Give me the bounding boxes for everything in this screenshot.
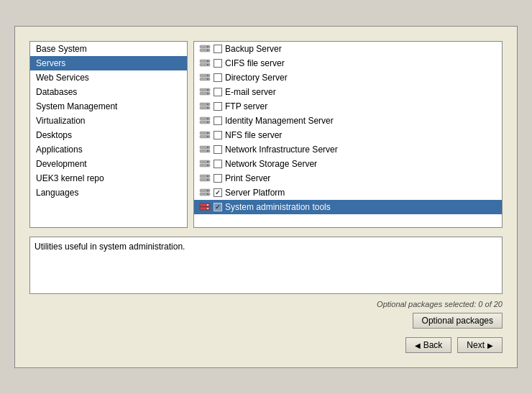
item-checkbox[interactable]: [214, 174, 222, 183]
right-panel-item[interactable]: Network Storage Server: [194, 157, 502, 171]
svg-point-15: [207, 93, 208, 94]
item-label: Network Infrastructure Server: [225, 145, 338, 155]
right-panel-item[interactable]: ✓Server Platform: [194, 185, 502, 200]
server-icon: [198, 158, 211, 170]
right-panel-item[interactable]: Network Infrastructure Server: [194, 142, 502, 157]
right-panel-item[interactable]: Directory Server: [194, 70, 502, 85]
left-panel-item[interactable]: UEK3 kernel repo: [30, 171, 187, 185]
svg-point-6: [207, 60, 208, 62]
right-panel-item[interactable]: Backup Server: [194, 42, 502, 56]
description-text: Utilities useful in system administratio…: [35, 242, 185, 252]
svg-point-35: [207, 165, 208, 166]
svg-point-22: [207, 118, 208, 119]
svg-point-27: [207, 136, 208, 137]
right-panel[interactable]: Backup Server CIFS file server Directory…: [193, 41, 503, 228]
right-panel-item[interactable]: CIFS file server: [194, 56, 502, 70]
optional-info: Optional packages selected: 0 of 20: [29, 300, 503, 308]
server-icon: [198, 129, 211, 141]
svg-point-42: [207, 190, 208, 191]
next-button[interactable]: Next ▶: [457, 337, 503, 353]
item-checkbox[interactable]: [214, 160, 222, 168]
optional-packages-button[interactable]: Optional packages: [413, 313, 503, 329]
item-checkbox[interactable]: [214, 88, 222, 96]
main-window: Base SystemServersWeb ServicesDatabasesS…: [14, 26, 518, 368]
nav-buttons: ◀ Back Next ▶: [29, 337, 503, 353]
left-panel-item[interactable]: Web Services: [30, 70, 187, 85]
description-area: Utilities useful in system administratio…: [29, 237, 503, 294]
svg-point-11: [207, 78, 208, 80]
item-checkbox[interactable]: ✓: [214, 188, 222, 197]
item-label: System administration tools: [225, 202, 331, 212]
left-panel-item[interactable]: Development: [30, 157, 187, 171]
item-checkbox[interactable]: [214, 116, 222, 125]
server-icon: [198, 72, 211, 83]
left-panel-item[interactable]: Virtualization: [30, 114, 187, 128]
right-panel-item[interactable]: ✓System administration tools: [194, 200, 502, 214]
svg-point-38: [207, 175, 208, 177]
svg-point-10: [207, 75, 208, 76]
svg-point-7: [207, 64, 208, 65]
svg-point-14: [207, 89, 208, 91]
svg-point-23: [207, 122, 208, 123]
svg-point-34: [207, 161, 208, 162]
left-panel-item[interactable]: Desktops: [30, 128, 187, 142]
server-icon: [198, 144, 211, 155]
back-arrow-icon: ◀: [415, 342, 421, 349]
server-icon: [198, 187, 211, 198]
svg-point-47: [207, 208, 208, 209]
item-label: CIFS file server: [225, 58, 285, 68]
next-arrow-icon: ▶: [487, 342, 493, 349]
item-label: E-mail server: [225, 87, 276, 97]
back-button[interactable]: ◀ Back: [405, 337, 452, 353]
svg-point-39: [207, 179, 208, 180]
left-panel-item[interactable]: Servers: [30, 56, 187, 70]
right-panel-item[interactable]: FTP server: [194, 99, 502, 114]
item-label: Print Server: [225, 173, 270, 183]
server-icon: [198, 115, 211, 127]
svg-point-2: [207, 46, 208, 47]
left-panel-item[interactable]: Databases: [30, 85, 187, 99]
left-panel-item[interactable]: System Management: [30, 99, 187, 114]
left-panel-item[interactable]: Base System: [30, 42, 187, 56]
right-panel-item[interactable]: Print Server: [194, 171, 502, 185]
right-panel-item[interactable]: Identity Management Server: [194, 114, 502, 128]
svg-point-46: [207, 204, 208, 206]
item-label: Backup Server: [225, 44, 282, 54]
svg-point-26: [207, 132, 208, 134]
item-checkbox[interactable]: [214, 131, 222, 139]
svg-point-31: [207, 150, 208, 152]
server-icon: [198, 201, 211, 213]
item-checkbox[interactable]: [214, 45, 222, 53]
server-icon: [198, 43, 211, 55]
optional-btn-row: Optional packages: [29, 313, 503, 329]
svg-point-19: [207, 107, 208, 109]
item-label: Server Platform: [225, 188, 285, 198]
item-label: FTP server: [225, 101, 267, 111]
server-icon: [198, 173, 211, 184]
item-label: Network Storage Server: [225, 159, 317, 169]
right-panel-item[interactable]: E-mail server: [194, 85, 502, 99]
svg-point-3: [207, 50, 208, 51]
item-checkbox[interactable]: ✓: [214, 203, 222, 211]
item-label: NFS file server: [225, 130, 282, 140]
top-section: Base SystemServersWeb ServicesDatabasesS…: [29, 41, 503, 228]
left-panel-item[interactable]: Languages: [30, 185, 187, 200]
item-label: Directory Server: [225, 73, 288, 83]
item-checkbox[interactable]: [214, 102, 222, 111]
svg-point-30: [207, 147, 208, 148]
server-icon: [198, 101, 211, 112]
svg-point-43: [207, 193, 208, 195]
left-panel[interactable]: Base SystemServersWeb ServicesDatabasesS…: [29, 41, 188, 228]
svg-point-18: [207, 104, 208, 105]
server-icon: [198, 86, 211, 98]
right-panel-item[interactable]: NFS file server: [194, 128, 502, 142]
server-icon: [198, 58, 211, 69]
item-checkbox[interactable]: [214, 59, 222, 68]
item-label: Identity Management Server: [225, 116, 334, 126]
item-checkbox[interactable]: [214, 73, 222, 82]
left-panel-item[interactable]: Applications: [30, 142, 187, 157]
item-checkbox[interactable]: [214, 145, 222, 154]
